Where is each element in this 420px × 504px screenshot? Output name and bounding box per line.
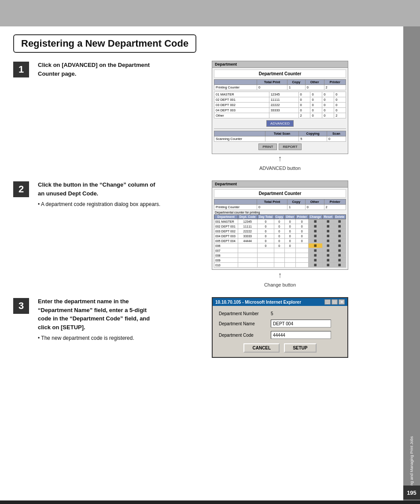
advanced-btn[interactable]: ADVANCED [266, 120, 294, 127]
step-2-image-area: Department Department Counter Total Prin… [170, 180, 390, 287]
top-bar [0, 0, 420, 26]
ss1-r2-c0: 03 DEPT 002 [214, 103, 269, 108]
ss1-dept-rows: 01 MASTER 12345 0 0 0 0 02 DEPT 001 1111 [214, 92, 346, 118]
ss2-title-text: Department [215, 182, 237, 186]
step-2-number: 2 [13, 181, 29, 197]
step-3-row: 3 Enter the department name in the “Depa… [13, 297, 390, 358]
ss1-r4-c3: 0 [310, 113, 322, 118]
ss1-scan-col2: Scan [327, 131, 346, 136]
bottom-bar [0, 500, 420, 504]
ss1-r1-c2: 0 [298, 97, 310, 103]
dialog-titlebar: 10.10.70.105 - Microsoft Internet Explor… [213, 298, 347, 306]
department-code-input[interactable] [271, 331, 331, 339]
ss1-r1-c3: 0 [310, 97, 322, 103]
ss1-scan-r1: 5 [299, 136, 327, 142]
ss2-row-7: 008 ▦ ▦ ▦ [214, 253, 346, 258]
ss1-scan-col1: Copying [299, 131, 327, 136]
dialog-maximize-btn[interactable]: □ [332, 299, 338, 305]
ss1-scan-r2: 0 [327, 136, 346, 142]
ss2-print-table: Total Print Copy Other Printer Printing … [214, 199, 346, 210]
ss1-r1-c4: 0 [322, 97, 334, 103]
ss1-scan-row-label: Scanning Counter [214, 136, 265, 142]
right-sidebar: Tracking and Managing Print Jobs [403, 26, 420, 500]
ss2-row-5: 006 0 0 0 ▦ ▦ ▦ [214, 243, 346, 248]
page: Registering a New Department Code 1 Clic… [0, 0, 420, 504]
ss1-r2-c3: 0 [310, 103, 322, 108]
ss1-r4-c1 [269, 113, 298, 118]
ss1-r0-c0: 01 MASTER [214, 92, 269, 97]
ss1-scan-table: Total Scan Copying Scan Scanning Counter… [214, 131, 346, 142]
step-1-image-area: Department Department Counter Total Prin… [170, 61, 390, 171]
setup-button[interactable]: SETUP [284, 343, 316, 353]
dialog-minimize-btn[interactable]: _ [324, 299, 331, 305]
dialog-label-0: Department Number [219, 311, 267, 316]
dialog-btn-row: CANCEL SETUP [219, 343, 341, 353]
ss1-r1-c0: 02 DEPT 001 [214, 97, 269, 103]
ss1-print-table: Total Print Copy Other Printer Printing … [214, 79, 346, 90]
page-number-box: 195 [403, 486, 420, 500]
ss1-r3-c4: 0 [322, 108, 334, 113]
ss1-r2-c2: 0 [298, 103, 310, 108]
ss1-r2-c5: 0 [334, 103, 346, 108]
dialog-title-text: 10.10.70.105 - Microsoft Internet Explor… [215, 300, 301, 305]
step-2-row: 2 Click the button in the “Change” colum… [13, 180, 390, 287]
ss1-titlebar: Department [212, 61, 348, 68]
main-content: Registering a New Department Code 1 Clic… [0, 26, 403, 500]
ss1-total-val: 0 [257, 85, 287, 90]
ss2-row-6: 007 ▦ ▦ ▦ [214, 248, 346, 253]
report-btn[interactable]: REPORT [279, 143, 301, 150]
ss1-col-copy: Copy [287, 80, 305, 85]
ss1-title-text: Department [215, 62, 237, 66]
step-2-text: Click the button in the “Change” column … [38, 180, 161, 208]
dialog-field-2: Department Code [219, 331, 341, 339]
ss2-row-1: 002 DEPT 001 11111 0 0 0 0 ▦ ▦ ▦ [214, 224, 346, 229]
page-number: 195 [407, 489, 416, 496]
ss2-header: Department Counter [214, 189, 346, 198]
step-3-number: 3 [13, 298, 29, 314]
ss1-header: Department Counter [214, 70, 346, 78]
ss2-titlebar: Department [212, 181, 348, 188]
ss1-r1-c1: 11111 [269, 97, 298, 103]
ss1-printer-val: 2 [324, 85, 346, 90]
dialog-titlebar-buttons: _ □ ✕ [324, 299, 345, 305]
ss1-r3-c2: 0 [298, 108, 310, 113]
dialog-value-0: 5 [271, 311, 273, 316]
ss2-row-3: 004 DEPT 003 33333 0 0 0 0 ▦ ▦ ▦ [214, 234, 346, 239]
dialog-field-0: Department Number 5 [219, 311, 341, 316]
ss2-dept-table: Department Dept. Code Day Total Copy Oth… [214, 214, 346, 268]
ss1-copy-val: 1 [287, 85, 305, 90]
step-1-row: 1 Click on [ADVANCED] on the Department … [13, 61, 390, 171]
step-2-bold: Click the button in the “Change” column … [38, 181, 155, 197]
screenshot-1: Department Department Counter Total Prin… [212, 61, 348, 154]
ss1-r3-c0: 04 DEPT 003 [214, 108, 269, 113]
step-1-bold: Click on [ADVANCED] on the Department Co… [38, 62, 150, 77]
ss1-col-printer: Printer [324, 80, 346, 85]
ss2-section-label: Departmental counter for printing [214, 210, 346, 214]
section-title: Registering a New Department Code [21, 38, 188, 49]
ss1-col-label [214, 80, 257, 85]
dialog-close-btn[interactable]: ✕ [339, 299, 345, 305]
step-3-bold: Enter the department name in the “Depart… [38, 298, 150, 331]
cancel-button[interactable]: CANCEL [243, 343, 280, 353]
ss1-r3-c5: 0 [334, 108, 346, 113]
screenshot-2: Department Department Counter Total Prin… [212, 180, 348, 270]
department-name-input[interactable] [271, 320, 331, 327]
ss1-scan-r0 [265, 136, 299, 142]
ss1-scan-col0: Total Scan [265, 131, 299, 136]
print-btn[interactable]: PRINT [258, 143, 277, 150]
ss1-r0-c3: 0 [310, 92, 322, 97]
ss1-r4-c5: 2 [334, 113, 346, 118]
step-3-bullet: • The new department code is registered. [38, 334, 161, 342]
step-1-text: Click on [ADVANCED] on the Department Co… [38, 61, 161, 78]
dialog-label-2: Department Code [219, 333, 267, 338]
ss1-r3-c1: 33333 [269, 108, 298, 113]
ss2-row-4: 005 DEPT 004 44444 0 0 0 0 ▦ ▦ ▦ [214, 239, 346, 243]
ss2-row-9: 010 ▦ ▦ ▦ [214, 263, 346, 268]
step-1-caption: ADVANCED button [259, 166, 301, 171]
section-title-box: Registering a New Department Code [13, 34, 196, 53]
ss1-col-other: Other [305, 80, 324, 85]
ss1-content: Department Counter Total Print Copy Othe… [212, 68, 348, 154]
ss1-r0-c5: 0 [334, 92, 346, 97]
step-2-caption: Change button [264, 282, 296, 287]
ss1-col-total: Total Print [257, 80, 287, 85]
